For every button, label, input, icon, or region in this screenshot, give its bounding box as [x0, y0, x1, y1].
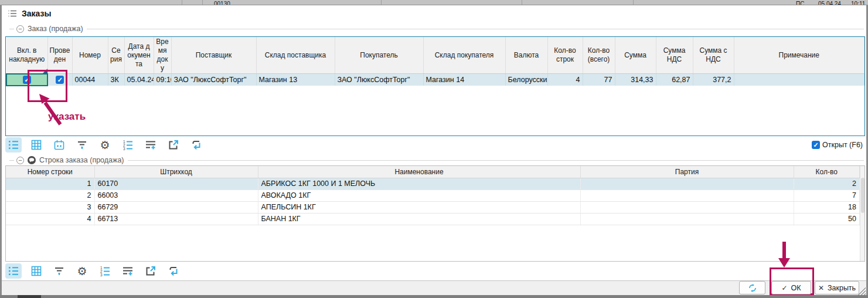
toolbar-button-settings[interactable]: ⚙ — [74, 263, 90, 279]
ok-button[interactable]: ✓ ОК — [771, 281, 811, 294]
column-header-batch[interactable]: Партия — [580, 166, 794, 178]
vertical-scrollbar[interactable] — [860, 166, 864, 261]
column-header-posted[interactable]: Проведен — [47, 37, 72, 74]
scrollbar-thumb[interactable] — [861, 178, 864, 213]
line-row[interactable]: 1 60170 АБРИКОС 1КГ 1000 И 1 МЕЛОЧЬ 2 — [6, 178, 860, 189]
column-header-lines-count[interactable]: Кол-во строк — [547, 37, 583, 74]
toolbar-button-grid-view[interactable] — [28, 137, 45, 153]
qty-cell[interactable]: 50 — [794, 213, 860, 225]
name-cell[interactable]: АБРИКОС 1КГ 1000 И 1 МЕЛОЧЬ — [258, 178, 580, 189]
column-header-doc-date[interactable]: Дата документа — [124, 37, 154, 74]
column-header-barcode[interactable]: Штрихкод — [94, 166, 258, 178]
column-header-qty[interactable]: Кол-во — [794, 166, 860, 178]
order-buyer-cell[interactable]: ЗАО "ЛюксСофтТорг" — [335, 74, 423, 86]
list-view-icon — [8, 139, 19, 151]
line-row[interactable]: 2 66003 АВОКАДО 1КГ 7 — [6, 189, 860, 201]
toolbar-button-filter[interactable] — [74, 137, 90, 153]
open-external-icon — [145, 265, 156, 277]
toolbar-button-open-external[interactable] — [165, 137, 182, 153]
order-sum-vat-cell[interactable]: 62,87 — [656, 74, 693, 86]
open-f6-checkbox[interactable]: ✓ — [812, 141, 820, 149]
column-header-qty-total[interactable]: Кол-во (всего) — [583, 37, 615, 74]
column-header-supplier-store[interactable]: Склад поставщика — [256, 37, 335, 74]
column-header-supplier[interactable]: Поставщик — [171, 37, 256, 74]
barcode-cell[interactable]: 66713 — [94, 213, 258, 225]
divider — [9, 160, 14, 161]
barcode-cell[interactable]: 60170 — [94, 178, 258, 189]
line-row[interactable]: 4 66713 БАНАН 1КГ 50 — [6, 213, 860, 225]
collapse-icon[interactable]: − — [16, 157, 24, 164]
column-header-note[interactable]: Примечание — [734, 37, 864, 74]
toolbar-button-reload[interactable] — [165, 263, 182, 279]
order-time-cell[interactable]: 09:10 — [154, 74, 171, 86]
order-lines-count-cell[interactable]: 4 — [547, 74, 583, 86]
line-number-cell[interactable]: 4 — [6, 213, 94, 225]
refresh-button[interactable] — [739, 281, 765, 294]
order-sum-cell[interactable]: 314,33 — [615, 74, 656, 86]
line-number-cell[interactable]: 1 — [6, 178, 94, 189]
order-number-cell[interactable]: 00044 — [72, 74, 108, 86]
order-qty-total-cell[interactable]: 77 — [583, 74, 615, 86]
order-buyer-store-cell[interactable]: Магазин 14 — [423, 74, 505, 86]
column-header-buyer[interactable]: Покупатель — [335, 37, 423, 74]
column-header-included[interactable]: Вкл. в накладную — [6, 37, 47, 74]
order-row[interactable]: ✓ ✓ 00044 3К 05.04.24 09:10 ЗАО "ЛюксСоф… — [6, 74, 864, 86]
name-cell[interactable]: АПЕЛЬСИН 1КГ — [258, 201, 580, 213]
open-f6-control[interactable]: ✓ Открыт (F6) — [812, 141, 863, 149]
order-date-cell[interactable]: 05.04.24 — [124, 74, 154, 86]
gear-icon: ⚙ — [77, 265, 87, 277]
column-header-sum[interactable]: Сумма — [615, 37, 656, 74]
column-header-doc-time[interactable]: Время доку — [154, 37, 171, 74]
barcode-cell[interactable]: 66003 — [94, 189, 258, 201]
line-number-cell[interactable]: 3 — [6, 201, 94, 213]
column-header-sum-with-vat[interactable]: Сумма с НДС — [693, 37, 734, 74]
collapse-icon[interactable]: − — [16, 25, 24, 33]
resize-grip[interactable] — [858, 287, 866, 295]
toolbar-button-numbered-list[interactable]: 123 — [97, 263, 113, 279]
batch-cell[interactable] — [580, 178, 794, 189]
toolbar-button-filter[interactable] — [51, 263, 67, 279]
toolbar-button-list-view[interactable] — [5, 137, 22, 153]
close-button[interactable]: ✕ Закрыть — [815, 281, 859, 294]
batch-cell[interactable] — [580, 213, 794, 225]
toolbar-button-reload[interactable] — [188, 137, 205, 153]
annotation-hint-text: указать — [48, 111, 86, 123]
name-cell[interactable]: БАНАН 1КГ — [258, 213, 580, 225]
column-header-name[interactable]: Наименование — [258, 166, 580, 178]
toolbar-button-add-line[interactable] — [142, 137, 159, 153]
name-cell[interactable]: АВОКАДО 1КГ — [258, 189, 580, 201]
toolbar-button-add-line[interactable] — [120, 263, 136, 279]
column-header-sum-vat[interactable]: Сумма НДС — [656, 37, 693, 74]
column-header-number[interactable]: Номер — [72, 37, 108, 74]
toolbar-button-calendar-view[interactable] — [51, 137, 67, 153]
batch-cell[interactable] — [580, 189, 794, 201]
divider — [128, 160, 864, 161]
batch-cell[interactable] — [580, 201, 794, 213]
barcode-cell[interactable]: 66729 — [94, 201, 258, 213]
toolbar-button-open-external[interactable] — [142, 263, 159, 279]
qty-cell[interactable]: 7 — [794, 189, 860, 201]
column-header-series[interactable]: Серия — [108, 37, 124, 74]
filter-icon — [53, 265, 65, 277]
order-supplier-cell[interactable]: ЗАО "ЛюксСофтТорг" — [171, 74, 256, 86]
order-currency-cell[interactable]: Белорусский — [505, 74, 547, 86]
toolbar-button-grid-view[interactable] — [28, 263, 45, 279]
qty-cell[interactable]: 2 — [794, 178, 860, 189]
line-number-cell[interactable]: 2 — [6, 189, 94, 201]
add-line-icon — [122, 265, 134, 277]
column-header-line-number[interactable]: Номер строки — [6, 166, 94, 178]
toolbar-button-list-view[interactable] — [5, 263, 22, 279]
order-supplier-store-cell[interactable]: Магазин 13 — [256, 74, 335, 86]
add-line-icon — [145, 139, 156, 151]
column-header-buyer-store[interactable]: Склад покупателя — [423, 37, 505, 74]
line-row[interactable]: 3 66729 АПЕЛЬСИН 1КГ 18 — [6, 201, 860, 213]
open-f6-label: Открыт (F6) — [822, 141, 863, 149]
toolbar-button-settings[interactable]: ⚙ — [97, 137, 113, 153]
order-series-cell[interactable]: 3К — [108, 74, 124, 86]
order-sum-with-vat-cell[interactable]: 377,2 — [693, 74, 734, 86]
qty-cell[interactable]: 18 — [794, 201, 860, 213]
order-note-cell[interactable] — [734, 74, 864, 86]
toolbar-button-numbered-list[interactable]: 123 — [120, 137, 136, 153]
footer-bar — [2, 280, 866, 296]
column-header-currency[interactable]: Валюта — [505, 37, 547, 74]
